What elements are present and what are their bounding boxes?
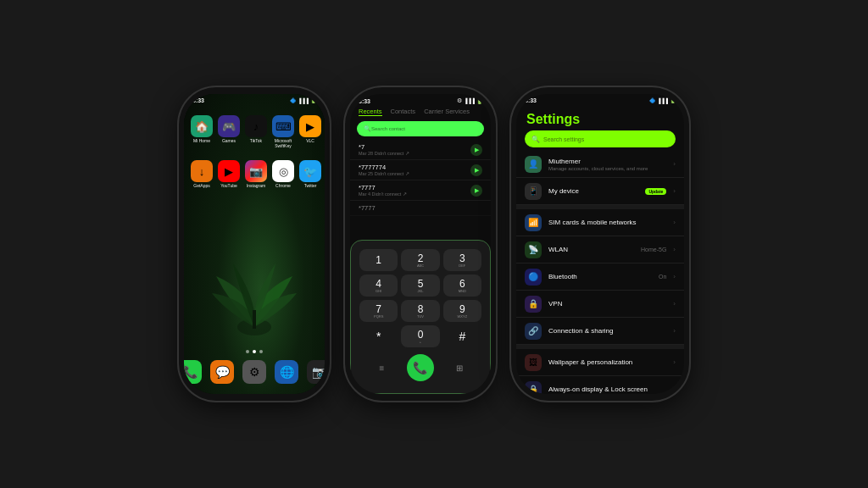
connection-right: › bbox=[670, 327, 676, 335]
dialpad-grid-icon[interactable]: ⊞ bbox=[450, 358, 469, 377]
recent-num-2: *7777774 bbox=[359, 164, 409, 171]
key-9[interactable]: 9WXYZ bbox=[443, 300, 481, 322]
recent-info-3: *7777 Mar 4 Didn't connect ↗ bbox=[359, 184, 407, 197]
dot-3 bbox=[259, 350, 263, 353]
recent-item-1[interactable]: *7 Mar 28 Didn't connect ↗ ▶ bbox=[350, 140, 491, 160]
wallpaper-content: Wallpaper & personalization bbox=[548, 358, 670, 366]
app-games-icon: 🎮 bbox=[218, 115, 240, 137]
key-0[interactable]: 0+ bbox=[401, 325, 439, 347]
key-5[interactable]: 5JKL bbox=[401, 274, 439, 297]
app-chrome-icon: ◎ bbox=[272, 160, 294, 182]
settings-item-mydevice[interactable]: 📱 My device Update › bbox=[516, 178, 684, 205]
settings-item-connection[interactable]: 🔗 Connection & sharing › bbox=[516, 318, 684, 345]
key-4[interactable]: 4GHI bbox=[359, 274, 398, 297]
status-time-3: 8:33 bbox=[525, 97, 537, 103]
app-games[interactable]: 🎮 Games bbox=[218, 115, 240, 148]
app-chrome[interactable]: ◎ Chrome bbox=[272, 160, 294, 189]
signal-icon-3: ▐▐▐ bbox=[657, 98, 668, 103]
settings-search-bar[interactable]: 🔍 Search settings bbox=[525, 130, 676, 147]
dock-browser[interactable]: 🌐 bbox=[275, 360, 298, 384]
search-icon-settings: 🔍 bbox=[531, 136, 540, 143]
recent-info-2: *7777774 Mar 25 Didn't connect ↗ bbox=[359, 164, 409, 176]
mydevice-right: Update › bbox=[645, 187, 676, 195]
app-mihome-label: Mi Home bbox=[193, 139, 210, 144]
app-vlc[interactable]: ▶ VLC bbox=[299, 115, 321, 148]
dock-camera[interactable]: 📷 bbox=[307, 360, 325, 384]
dialpad-menu-icon[interactable]: ≡ bbox=[372, 358, 391, 377]
recent-arrow-3[interactable]: ▶ bbox=[470, 185, 482, 197]
app-mihome-icon: 🏠 bbox=[191, 115, 213, 137]
key-2[interactable]: 2ABC bbox=[401, 249, 439, 271]
key-star[interactable]: * bbox=[359, 325, 398, 347]
app-swiftkey[interactable]: ⌨ Microsoft SwiftKey bbox=[272, 115, 294, 148]
key-3[interactable]: 3DEF bbox=[443, 249, 481, 271]
settings-item-sim[interactable]: 📶 SIM cards & mobile networks › bbox=[516, 209, 684, 236]
settings-item-miuthemer[interactable]: 👤 Miuthemer Manage accounts, cloud servi… bbox=[516, 151, 684, 178]
dialer-search-bar[interactable]: 🔍 Search contact bbox=[357, 121, 484, 136]
call-button[interactable]: 📞 bbox=[407, 354, 434, 381]
aod-right: › bbox=[670, 385, 676, 393]
settings-item-aod[interactable]: 🔒 Always-on display & Lock screen › bbox=[516, 376, 684, 394]
bluetooth-icon: 🔷 bbox=[290, 97, 296, 103]
page-dots bbox=[184, 350, 325, 353]
recent-arrow-2[interactable]: ▶ bbox=[470, 164, 482, 176]
app-mihome[interactable]: 🏠 Mi Home bbox=[191, 115, 213, 148]
wlan-icon: 📡 bbox=[525, 241, 542, 258]
app-getapps[interactable]: ↓ GetApps bbox=[191, 160, 213, 189]
signal-icon-2: ▐▐▐ bbox=[464, 98, 475, 103]
app-twitter[interactable]: 🐦 Twitter bbox=[299, 160, 321, 189]
recent-item-3[interactable]: *7777 Mar 4 Didn't connect ↗ ▶ bbox=[350, 180, 491, 201]
app-grid-row1: 🏠 Mi Home 🎮 Games ♪ TikTok ⌨ Microsoft S… bbox=[184, 110, 325, 153]
settings-item-vpn[interactable]: 🔒 VPN › bbox=[516, 291, 684, 318]
aod-icon: 🔒 bbox=[525, 381, 542, 395]
recent-detail-2: Mar 25 Didn't connect ↗ bbox=[359, 171, 409, 176]
chevron-icon-vpn: › bbox=[673, 300, 676, 308]
miuthemer-sub: Manage accounts, cloud services, and mor… bbox=[548, 166, 670, 171]
app-getapps-label: GetApps bbox=[193, 184, 209, 189]
status-time-2: 8:33 bbox=[359, 98, 370, 104]
app-tiktok[interactable]: ♪ TikTok bbox=[245, 115, 267, 148]
tab-contacts[interactable]: Contacts bbox=[391, 108, 416, 116]
settings-title: Settings bbox=[516, 107, 684, 129]
settings-item-wlan[interactable]: 📡 WLAN Home-5G › bbox=[516, 236, 684, 263]
settings-item-wallpaper[interactable]: 🖼 Wallpaper & personalization › bbox=[516, 349, 684, 376]
recent-item-4[interactable]: *7777 bbox=[350, 201, 491, 216]
recent-arrow-1[interactable]: ▶ bbox=[470, 144, 482, 156]
chevron-icon-mydevice: › bbox=[673, 187, 676, 195]
svg-rect-1 bbox=[253, 310, 256, 329]
key-8[interactable]: 8TUV bbox=[401, 300, 439, 322]
sim-title: SIM cards & mobile networks bbox=[548, 219, 670, 226]
key-6[interactable]: 6MNO bbox=[443, 274, 481, 297]
app-tiktok-label: TikTok bbox=[250, 139, 262, 144]
miuthemer-title: Miuthemer bbox=[548, 158, 670, 165]
settings-gear-icon: ⚙ bbox=[457, 97, 462, 104]
app-twitter-label: Twitter bbox=[304, 184, 317, 189]
dock-messages[interactable]: 💬 bbox=[210, 360, 234, 384]
tab-carrier[interactable]: Carrier Services bbox=[424, 108, 470, 116]
dock-settings[interactable]: ⚙ bbox=[242, 360, 266, 384]
dock-phone[interactable]: 📞 bbox=[184, 360, 202, 384]
settings-item-bluetooth[interactable]: 🔵 Bluetooth On › bbox=[516, 263, 684, 291]
connection-content: Connection & sharing bbox=[548, 327, 670, 335]
status-bar-3: 8:33 🔷 ▐▐▐ 🔋 bbox=[516, 94, 684, 107]
vpn-content: VPN bbox=[548, 300, 670, 308]
recent-item-2[interactable]: *7777774 Mar 25 Didn't connect ↗ ▶ bbox=[350, 160, 491, 180]
app-youtube[interactable]: ▶ YouTube bbox=[218, 160, 240, 189]
key-hash[interactable]: # bbox=[443, 325, 481, 347]
recent-info-1: *7 Mar 28 Didn't connect ↗ bbox=[359, 143, 409, 156]
wallpaper-title: Wallpaper & personalization bbox=[548, 358, 670, 366]
dialer-screen: 8:33 ⚙ ▐▐▐ 🔋 Recents Contacts Carrier Se… bbox=[350, 94, 491, 394]
key-1[interactable]: 1 bbox=[359, 249, 398, 271]
app-instagram[interactable]: 📷 Instagram bbox=[245, 160, 267, 189]
app-youtube-label: YouTube bbox=[220, 184, 237, 189]
status-bar-1: 8:33 🔷 ▐▐▐ 🔋 bbox=[184, 94, 325, 107]
chevron-icon-bluetooth: › bbox=[673, 273, 676, 280]
dot-2 bbox=[253, 350, 256, 353]
key-7[interactable]: 7PQRS bbox=[359, 300, 398, 322]
wlan-title: WLAN bbox=[548, 246, 641, 253]
chevron-icon-wallpaper: › bbox=[673, 358, 676, 366]
signal-icon: ▐▐▐ bbox=[298, 98, 309, 103]
chevron-icon-aod: › bbox=[673, 385, 676, 393]
phone-dialer: 8:33 ⚙ ▐▐▐ 🔋 Recents Contacts Carrier Se… bbox=[345, 87, 496, 401]
tab-recents[interactable]: Recents bbox=[359, 108, 382, 116]
